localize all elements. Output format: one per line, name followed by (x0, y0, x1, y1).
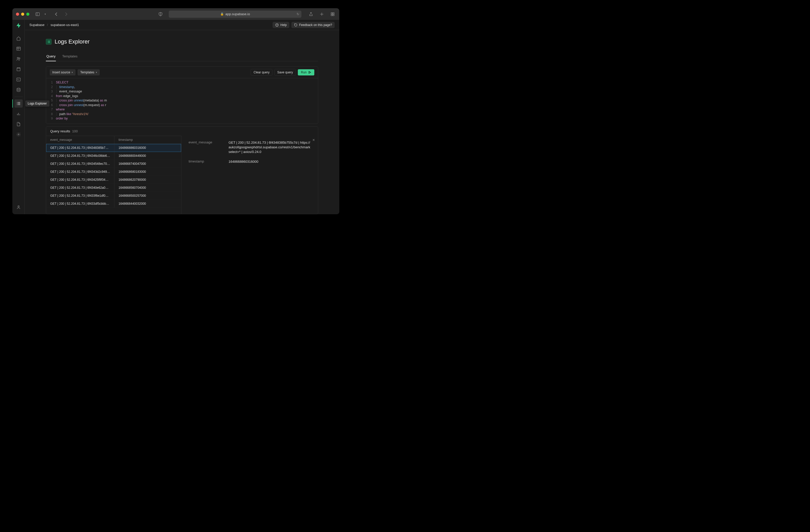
svg-point-27 (18, 134, 19, 135)
cell-timestamp: 1648668800449000 (114, 152, 181, 160)
table-row[interactable]: GET | 200 | 52.204.81.73 | 6f433df5cbbb8… (46, 200, 181, 208)
cell-event-message: GET | 200 | 52.204.81.73 | 6f43425f9f345… (46, 176, 114, 184)
svg-rect-8 (333, 14, 334, 16)
table-row[interactable]: GET | 200 | 52.204.81.73 | 6f4348385b755… (46, 144, 181, 152)
svg-point-28 (18, 206, 19, 207)
svg-rect-0 (36, 13, 39, 16)
address-bar[interactable]: 🔒 app.supabase.io ↻ (169, 11, 302, 18)
sidebar-item-docs[interactable] (14, 120, 23, 128)
tab-templates[interactable]: Templates (62, 52, 78, 61)
results-header: Query results 100 (46, 127, 318, 136)
url-text: app.supabase.io (225, 12, 250, 16)
table-row[interactable]: GET | 200 | 52.204.81.73 | 6f434548ec706… (46, 160, 181, 168)
detail-value-msg: GET | 200 | 52.204.81.73 | 6f4348385b755… (228, 140, 311, 154)
row-detail-panel: × event_message GET | 200 | 52.204.81.73… (181, 136, 318, 214)
clear-query-button[interactable]: Clear query (251, 69, 272, 76)
page-title: Logs Explorer (54, 38, 90, 45)
traffic-lights (16, 13, 29, 16)
results-panel: Query results 100 event_message timestam… (46, 127, 318, 215)
sidebar-item-account[interactable] (14, 203, 23, 211)
cell-timestamp: 1648668500257000 (114, 192, 181, 200)
cell-timestamp: 1648668440032000 (114, 200, 181, 207)
app-body: Logs Explorer Supabase / supabase-us-eas… (12, 20, 339, 214)
svg-rect-7 (331, 14, 333, 16)
svg-rect-15 (16, 78, 20, 81)
sidebar-item-logs[interactable]: Logs Explorer (14, 99, 23, 107)
forward-icon[interactable] (63, 11, 69, 17)
svg-point-13 (19, 58, 20, 59)
supabase-logo-icon[interactable] (15, 22, 22, 29)
insert-source-button[interactable]: Insert source ▾ (50, 69, 76, 76)
sidebar-item-table[interactable] (14, 45, 23, 53)
back-icon[interactable] (53, 11, 59, 17)
sidebar-item-sql[interactable] (14, 76, 23, 84)
table-header: event_message timestamp (46, 136, 181, 144)
main-area: Supabase / supabase-us-east1 Help Feedba… (25, 20, 339, 214)
templates-button[interactable]: Templates ▾ (78, 69, 100, 76)
cell-timestamp: 1648668620790000 (114, 176, 181, 184)
run-button[interactable]: Run (298, 69, 314, 76)
col-event-message[interactable]: event_message (46, 136, 114, 144)
tabs: Query Templates (46, 52, 318, 61)
results-table: event_message timestamp GET | 200 | 52.2… (46, 136, 181, 214)
cell-event-message: GET | 200 | 52.204.81.73 | 6f433f6e1df05… (46, 192, 114, 200)
lock-icon: 🔒 (220, 12, 224, 16)
svg-point-30 (277, 26, 277, 26)
save-query-button[interactable]: Save query (274, 69, 296, 76)
sidebar-item-database[interactable] (14, 86, 23, 94)
query-toolbar: Insert source ▾ Templates ▾ Clear query … (46, 67, 318, 78)
shield-icon[interactable] (158, 11, 164, 17)
svg-point-17 (17, 88, 20, 89)
breadcrumb-project[interactable]: supabase-us-east1 (50, 23, 79, 27)
table-row[interactable]: GET | 200 | 52.204.81.73 | 6f43425f9f345… (46, 176, 181, 184)
table-row[interactable]: GET | 200 | 52.204.81.73 | 6f4346c08bb65… (46, 152, 181, 160)
cell-timestamp: 1648668560704000 (114, 184, 181, 192)
sidebar-item-home[interactable] (14, 34, 23, 43)
cell-timestamp: 1648668860316000 (114, 144, 181, 152)
svg-rect-9 (16, 47, 20, 50)
detail-value-ts: 1648668860316000 (228, 160, 258, 164)
svg-rect-5 (331, 13, 333, 14)
sidebar-toggle-icon[interactable] (34, 11, 41, 17)
table-row[interactable]: GET | 200 | 52.204.81.73 | 6f433f6e1df05… (46, 192, 181, 200)
cell-event-message: GET | 200 | 52.204.81.73 | 6f434548ec706… (46, 160, 114, 168)
cell-event-message: GET | 200 | 52.204.81.73 | 6f4340e62a0a7… (46, 184, 114, 192)
left-rail: Logs Explorer (12, 20, 25, 214)
detail-label-msg: event_message (189, 140, 228, 154)
cell-timestamp: 1648668680183000 (114, 168, 181, 176)
chevron-down-icon: ▾ (71, 71, 73, 74)
sidebar-item-storage[interactable] (14, 65, 23, 73)
reload-icon[interactable]: ↻ (296, 12, 299, 16)
feedback-button[interactable]: Feedback on this page? (291, 22, 335, 28)
maximize-window-icon[interactable] (26, 13, 29, 16)
col-timestamp[interactable]: timestamp (114, 136, 181, 144)
browser-window: ▾ 🔒 app.supabase.io ↻ (12, 8, 339, 214)
tab-query[interactable]: Query (46, 52, 56, 61)
logs-explorer-icon (46, 39, 51, 45)
chevron-down-icon: ▾ (96, 71, 97, 74)
cell-event-message: GET | 200 | 52.204.81.73 | 6f4343d2c9498… (46, 168, 114, 176)
topbar: Supabase / supabase-us-east1 Help Feedba… (25, 20, 339, 30)
table-row[interactable]: GET | 200 | 52.204.81.73 | 6f4340e62a0a7… (46, 184, 181, 192)
help-button[interactable]: Help (273, 22, 289, 28)
close-icon[interactable]: × (312, 138, 315, 143)
tabs-overview-icon[interactable] (329, 11, 336, 17)
minimize-window-icon[interactable] (21, 13, 24, 16)
share-icon[interactable] (308, 11, 314, 17)
sql-editor[interactable]: 123456789 SELECTtimestamp,event_messagef… (46, 78, 318, 123)
chevron-down-icon[interactable]: ▾ (45, 13, 46, 15)
svg-point-12 (17, 57, 18, 59)
svg-marker-37 (309, 71, 311, 73)
results-count: 100 (72, 129, 78, 133)
query-panel: Insert source ▾ Templates ▾ Clear query … (46, 66, 318, 124)
close-window-icon[interactable] (16, 13, 19, 16)
sidebar-item-reports[interactable] (14, 110, 23, 118)
table-row[interactable]: GET | 200 | 52.204.81.73 | 6f4343d2c9498… (46, 168, 181, 176)
breadcrumb-org[interactable]: Supabase (29, 23, 45, 27)
svg-rect-6 (333, 13, 334, 14)
cell-event-message: GET | 200 | 52.204.81.73 | 6f4346c08bb65… (46, 152, 114, 160)
new-tab-icon[interactable] (319, 11, 325, 17)
sidebar-item-settings[interactable] (14, 130, 23, 138)
sidebar-item-auth[interactable] (14, 55, 23, 63)
sidebar-tooltip: Logs Explorer (25, 100, 49, 106)
